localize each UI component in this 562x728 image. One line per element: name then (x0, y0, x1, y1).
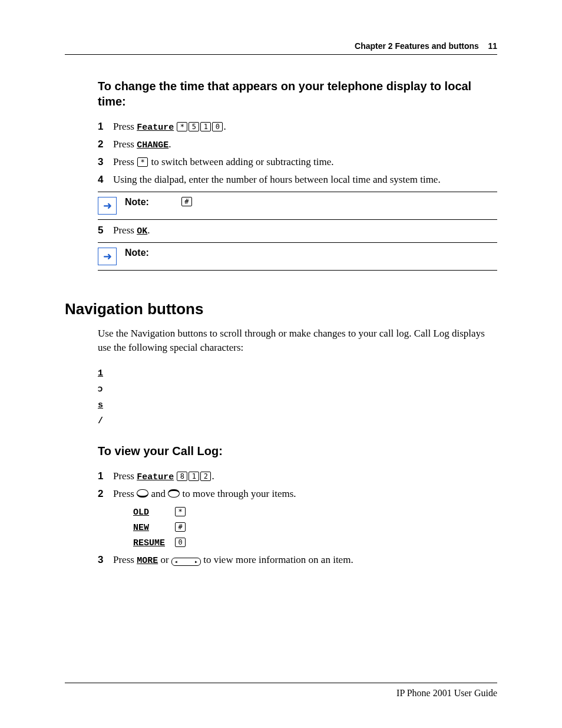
navigation-intro: Use the Navigation buttons to scroll thr… (98, 327, 497, 355)
keycap-0: 0 (212, 122, 223, 131)
step-number: 2 (98, 488, 113, 500)
step-number: 3 (98, 156, 113, 168)
step-number: 2 (98, 139, 113, 150)
step-number: 3 (98, 554, 113, 566)
special-characters-list: 1 ↄ s / (98, 365, 497, 429)
keycap-1: 1 (200, 122, 211, 131)
arrow-right-icon: ➜ (98, 197, 117, 215)
step-number: 4 (98, 174, 113, 186)
softkey-old: OLD (133, 508, 174, 518)
list-item: OLD* (133, 506, 497, 518)
keycap-8: 8 (177, 472, 187, 481)
step-item: 2 Press CHANGE. (98, 139, 497, 150)
footer-guide-title: IP Phone 2001 User Guide (65, 683, 497, 699)
keycap-hash: # (181, 197, 192, 206)
arrow-right-icon: ➜ (98, 248, 117, 265)
steps-view-call-log-cont: 3 Press MORE or ◂▸ to view more informat… (98, 554, 497, 566)
note-label: Note: (125, 248, 149, 258)
steps-change-time: 1 Press Feature *510. 2 Press CHANGE. 3 … (98, 121, 497, 186)
softkey-more: MORE (137, 556, 158, 566)
keycap-star: * (175, 507, 186, 516)
softkey-resume: RESUME (133, 538, 174, 548)
step-number: 1 (98, 470, 113, 482)
step-item: 4 Using the dialpad, enter the number of… (98, 174, 497, 186)
step-number: 5 (98, 225, 113, 236)
section-heading-change-time: To change the time that appears on your … (98, 78, 497, 109)
step-item: 2 Press and to move through your items. (98, 488, 497, 500)
special-char: s (98, 397, 497, 413)
page-number: 11 (488, 41, 497, 51)
steps-view-call-log: 1 Press Feature 812. 2 Press and to move… (98, 470, 497, 500)
step-item: 5 Press OK. (98, 225, 497, 236)
step-item: 1 Press Feature 812. (98, 470, 497, 482)
keycap-2: 2 (200, 472, 211, 481)
special-char: 1 (98, 365, 497, 381)
step-text: Using the dialpad, enter the number of h… (113, 174, 497, 186)
heading-navigation-buttons: Navigation buttons (65, 300, 497, 318)
step-item: 1 Press Feature *510. (98, 121, 497, 133)
section-heading-view-call-log: To view your Call Log: (98, 443, 497, 459)
note-box: ➜ Note: (98, 242, 497, 271)
call-log-sublist: OLD* NEW# RESUME0 (133, 506, 497, 548)
nav-up-icon (137, 489, 148, 498)
special-char: / (98, 413, 497, 429)
softkey-new: NEW (133, 523, 174, 533)
running-header: Chapter 2 Features and buttons 11 (65, 41, 497, 55)
volume-bar-icon: ◂▸ (171, 558, 201, 566)
softkey-change: CHANGE (137, 140, 168, 150)
keycap-5: 5 (189, 122, 199, 131)
steps-change-time-cont: 5 Press OK. (98, 225, 497, 236)
softkey-feature: Feature (137, 472, 174, 482)
step-item: 3 Press * to switch between adding or su… (98, 156, 497, 168)
special-char: ↄ (98, 381, 497, 397)
keycap-star: * (137, 157, 148, 167)
keycap-0: 0 (175, 538, 186, 547)
softkey-ok: OK (137, 226, 147, 236)
step-number: 1 (98, 121, 113, 133)
note-label: Note: (125, 197, 149, 207)
keycap-star: * (177, 122, 187, 131)
step-item: 3 Press MORE or ◂▸ to view more informat… (98, 554, 497, 566)
softkey-feature: Feature (137, 123, 174, 133)
keycap-hash: # (175, 522, 186, 532)
nav-down-icon (168, 489, 180, 498)
keycap-1: 1 (189, 472, 199, 481)
list-item: NEW# (133, 521, 497, 533)
chapter-label: Chapter 2 Features and buttons (355, 41, 479, 51)
note-box: ➜ Note: # (98, 192, 497, 220)
list-item: RESUME0 (133, 536, 497, 548)
